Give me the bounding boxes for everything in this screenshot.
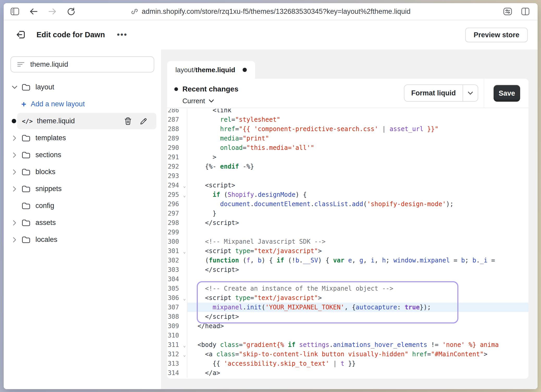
- rename-file-button[interactable]: [140, 117, 147, 125]
- line-number-gutter: 304: [167, 274, 187, 284]
- line-number-gutter: 298: [167, 218, 187, 228]
- fold-chevron-icon[interactable]: ⌄: [183, 247, 186, 256]
- trash-icon[interactable]: [124, 117, 132, 125]
- sidebar-item-templates[interactable]: templates: [4, 130, 161, 146]
- code-line-307[interactable]: 307 mixpanel.init('YOUR_MIXPANEL_TOKEN',…: [167, 303, 528, 312]
- sidebar-item-config[interactable]: config: [4, 197, 161, 214]
- code-line-295[interactable]: 295⌄ if (Shopify.designMode) {: [167, 190, 528, 199]
- preview-store-button[interactable]: Preview store: [465, 28, 528, 42]
- sidebar-item-layout[interactable]: layout: [4, 79, 161, 96]
- pencil-icon[interactable]: [140, 117, 147, 125]
- fold-chevron-icon[interactable]: ⌄: [183, 350, 186, 359]
- code-text: <script type="text/javascript">: [187, 293, 528, 303]
- code-line-305[interactable]: 305 <!-- Create an instance of the Mixpa…: [167, 284, 528, 293]
- code-line-300[interactable]: 300 <!-- Mixpanel Javascript SDK -->: [167, 237, 528, 246]
- folder-icon: [22, 134, 30, 142]
- code-line-294[interactable]: 294⌄ <script>: [167, 181, 528, 190]
- code-line-290[interactable]: 290 onload="this.media='all'": [167, 143, 528, 152]
- format-options-caret[interactable]: [463, 85, 478, 101]
- fold-chevron-icon[interactable]: ⌄: [183, 181, 186, 191]
- code-line-287[interactable]: 287 rel="stylesheet": [167, 115, 528, 124]
- back-icon[interactable]: [29, 7, 38, 16]
- unsaved-dot: [12, 119, 16, 123]
- version-label: Current: [182, 97, 205, 105]
- tab-file-name: theme.liquid: [195, 66, 235, 74]
- delete-file-button[interactable]: [124, 117, 132, 125]
- split-view-icon[interactable]: [521, 7, 530, 16]
- reload-icon[interactable]: [67, 7, 76, 16]
- code-line-297[interactable]: 297 }: [167, 209, 528, 218]
- sidebar-item-theme.liquid[interactable]: </>theme.liquid: [4, 113, 161, 130]
- add-new-layout-button[interactable]: +Add a new layout: [4, 96, 161, 113]
- file-search-box[interactable]: [10, 56, 154, 72]
- folder-label: locales: [35, 236, 57, 244]
- exit-icon[interactable]: [15, 29, 27, 40]
- code-text: </script>: [187, 265, 528, 274]
- fold-chevron-icon[interactable]: ⌄: [183, 294, 186, 303]
- code-text: (function (f, b) { if (!b.__SV) { var e,…: [187, 256, 528, 265]
- line-number-gutter: 290: [167, 143, 187, 152]
- code-line-289[interactable]: 289 media="print": [167, 134, 528, 143]
- code-line-303[interactable]: 303 </script>: [167, 265, 528, 274]
- code-line-308[interactable]: 308 </script>: [167, 312, 528, 321]
- fold-chevron-icon[interactable]: ⌄: [183, 191, 186, 200]
- tab-theme-liquid[interactable]: layout/theme.liquid: [167, 61, 255, 79]
- line-number-gutter: 288: [167, 124, 187, 134]
- chevron-right-icon: [13, 237, 16, 243]
- recent-changes-label: Recent changes: [182, 85, 238, 93]
- code-line-309[interactable]: 309 </head>: [167, 321, 528, 331]
- folder-icon: [22, 185, 30, 193]
- code-text: {%- endif -%}: [187, 162, 528, 171]
- code-line-296[interactable]: 296 document.documentElement.classList.a…: [167, 199, 528, 209]
- sidebar-toggle-icon[interactable]: [10, 7, 19, 16]
- folder-label: config: [35, 202, 54, 210]
- code-text: [187, 228, 528, 237]
- sidebar-item-assets[interactable]: assets: [4, 214, 161, 231]
- more-options-icon[interactable]: •••: [117, 30, 128, 39]
- code-line-293[interactable]: 293: [167, 171, 528, 181]
- code-line-299[interactable]: 299: [167, 228, 528, 237]
- version-dropdown[interactable]: Current: [182, 97, 214, 105]
- code-area: 286 <link287 rel="stylesheet"288 href="{…: [167, 109, 528, 379]
- chevron-right-icon: [13, 169, 16, 175]
- sidebar-item-snippets[interactable]: snippets: [4, 180, 161, 197]
- code-line-286[interactable]: 286 <link: [167, 109, 528, 115]
- code-line-304[interactable]: 304: [167, 274, 528, 284]
- fold-chevron-icon[interactable]: ⌄: [183, 341, 186, 350]
- desktop: { "browser": { "url": "admin.shopify.com…: [0, 0, 541, 392]
- code-text: }: [187, 209, 528, 218]
- code-line-302[interactable]: 302 (function (f, b) { if (!b.__SV) { va…: [167, 256, 528, 265]
- folder-icon: [22, 236, 30, 243]
- content-area: layout+Add a new layout</>theme.liquidte…: [4, 50, 538, 389]
- code-line-314[interactable]: 314 </a>: [167, 368, 528, 378]
- code-text: if (Shopify.designMode) {: [187, 190, 528, 199]
- search-input[interactable]: [30, 60, 147, 69]
- code-line-310[interactable]: 310: [167, 331, 528, 340]
- code-text: rel="stylesheet": [187, 115, 528, 124]
- page-settings-icon[interactable]: [503, 7, 512, 16]
- sidebar-item-sections[interactable]: sections: [4, 146, 161, 163]
- line-number-gutter: 293: [167, 171, 187, 181]
- folder-icon: [22, 168, 30, 176]
- code-line-298[interactable]: 298 </script>: [167, 218, 528, 228]
- code-line-288[interactable]: 288 href="{{ 'component-predictive-searc…: [167, 124, 528, 134]
- code-line-306[interactable]: 306⌄ <script type="text/javascript">: [167, 293, 528, 303]
- code-line-312[interactable]: 312⌄ <a class="skip-to-content-link butt…: [167, 350, 528, 359]
- chevron-down-icon: [209, 99, 214, 103]
- sidebar-item-blocks[interactable]: blocks: [4, 163, 161, 180]
- sidebar-item-locales[interactable]: locales: [4, 231, 161, 248]
- format-liquid-button[interactable]: Format liquid: [404, 84, 478, 102]
- forward-icon[interactable]: [48, 7, 57, 16]
- line-number-gutter: 292: [167, 162, 187, 171]
- line-number-gutter: 301⌄: [167, 246, 187, 256]
- code-text: media="print": [187, 134, 528, 143]
- folder-label: blocks: [35, 168, 56, 176]
- save-button[interactable]: Save: [494, 85, 520, 102]
- code-line-301[interactable]: 301⌄ <script type="text/javascript">: [167, 246, 528, 256]
- code-line-311[interactable]: 311⌄ <body class="gradient{% if settings…: [167, 340, 528, 350]
- code-line-292[interactable]: 292 {%- endif -%}: [167, 162, 528, 171]
- code-line-313[interactable]: 313 {{ 'accessibility.skip_to_text' | t …: [167, 359, 528, 368]
- code-line-291[interactable]: 291 >: [167, 152, 528, 162]
- line-number-gutter: 286: [167, 109, 187, 115]
- address-bar[interactable]: admin.shopify.com/store/rzq1xu-f5/themes…: [131, 3, 410, 20]
